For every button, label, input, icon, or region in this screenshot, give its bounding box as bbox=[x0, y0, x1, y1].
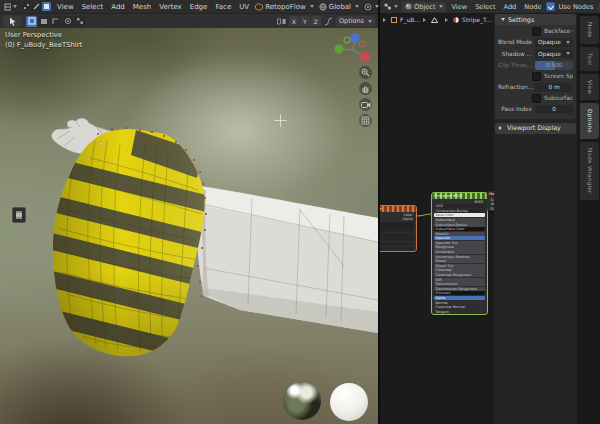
sidebar-tab[interactable]: Tool bbox=[580, 47, 599, 71]
node-input-row[interactable]: Subsurface bbox=[434, 218, 485, 222]
pass-index-field[interactable]: 0 bbox=[535, 105, 573, 114]
node-input-row[interactable]: Subsurface Radius bbox=[434, 222, 485, 226]
zoom-button[interactable] bbox=[359, 66, 372, 79]
node-property-row[interactable]: Repeat bbox=[380, 237, 414, 241]
object-icon bbox=[391, 17, 397, 23]
node-output-socket[interactable]: Color bbox=[380, 213, 414, 217]
sidebar-tab-strip: NodeToolViewOptionsNode Wrangler bbox=[577, 13, 600, 424]
node-input-row[interactable]: Sheen bbox=[434, 259, 485, 263]
viewport-menu[interactable]: Face bbox=[214, 3, 232, 11]
node-principled-bsdf[interactable]: Principled BSDF BSDF GGXChristensen-Burl… bbox=[432, 193, 487, 314]
viewport-menu[interactable]: UV bbox=[238, 3, 250, 11]
snap-curve-icon[interactable] bbox=[324, 17, 333, 26]
shader-menu[interactable]: View bbox=[450, 3, 468, 11]
viewport-menu[interactable]: Vertex bbox=[158, 3, 183, 11]
tool-option-button-1[interactable] bbox=[26, 16, 37, 27]
node-input-row[interactable]: Christensen-Burley bbox=[434, 209, 485, 213]
clip-threshold-slider[interactable]: 0.500 bbox=[535, 61, 573, 70]
node-output-socket[interactable]: Alpha bbox=[380, 217, 414, 221]
node-input-row[interactable]: Subsurface Color bbox=[434, 227, 485, 231]
node-property-row[interactable]: Single Image bbox=[380, 242, 414, 246]
face-select-mode-button[interactable] bbox=[42, 2, 51, 11]
shadow-mode-dropdown[interactable]: Opaque bbox=[535, 49, 573, 58]
node-input-row[interactable]: Normal bbox=[434, 301, 485, 305]
node-canvas[interactable]: F_uB... Stripe_T... Image Texture ColorA… bbox=[380, 13, 495, 424]
viewport-menu[interactable]: Edge bbox=[189, 3, 209, 11]
viewport-display-panel-header[interactable]: Viewport Display bbox=[495, 123, 576, 134]
node-input-row[interactable]: IOR bbox=[434, 278, 485, 282]
node-property-row[interactable] bbox=[380, 222, 414, 228]
node-input-row[interactable]: Specular bbox=[434, 236, 485, 240]
backface-culling-row[interactable]: Backface Cu... bbox=[498, 27, 573, 36]
viewport-menu[interactable]: Add bbox=[110, 3, 126, 11]
subsurface-checkbox[interactable] bbox=[532, 94, 541, 103]
navigation-gizmo[interactable] bbox=[329, 30, 375, 66]
node-property-row[interactable]: Flat bbox=[380, 233, 414, 237]
viewport-menu[interactable]: Mesh bbox=[132, 3, 152, 11]
edge-select-mode-button[interactable] bbox=[32, 2, 41, 11]
sidebar-tab[interactable]: Node Wrangler bbox=[580, 142, 599, 200]
sidebar-tab[interactable]: View bbox=[580, 74, 599, 100]
subsurface-row[interactable]: Subsurface ... bbox=[498, 94, 573, 103]
backface-culling-checkbox[interactable] bbox=[532, 27, 541, 36]
breadcrumb-object: F_uB... bbox=[400, 16, 420, 23]
retopoflow-dropdown[interactable]: RetopoFlow bbox=[255, 3, 314, 11]
node-input-row[interactable]: Alpha bbox=[434, 296, 485, 300]
active-tool-button[interactable] bbox=[3, 16, 22, 27]
mirror-axis-button[interactable]: Y bbox=[300, 16, 310, 26]
tool-option-button-4[interactable] bbox=[62, 16, 73, 27]
node-input-row[interactable]: Anisotropic Rotation bbox=[434, 255, 485, 259]
node-input-row[interactable]: Transmission bbox=[434, 282, 485, 286]
mirror-axis-button[interactable]: X bbox=[289, 16, 299, 26]
sidebar-tab[interactable]: Options bbox=[580, 103, 599, 139]
shader-type-dropdown[interactable]: Object bbox=[402, 2, 446, 12]
perspective-toggle-button[interactable] bbox=[359, 114, 372, 127]
node-input-row[interactable]: Tangent bbox=[434, 310, 485, 314]
shader-menu[interactable]: Add bbox=[502, 3, 517, 11]
screen-space-row[interactable]: Screen Spac... bbox=[498, 72, 573, 81]
node-input-row[interactable]: Clearcoat Roughness bbox=[434, 273, 485, 277]
node-input-row[interactable]: Base Color bbox=[434, 213, 485, 217]
bsdf-output-socket[interactable]: BSDF bbox=[434, 200, 485, 204]
node-input-row[interactable]: GGX bbox=[434, 204, 485, 208]
mirror-axis-button[interactable]: Z bbox=[311, 16, 321, 26]
node-input-row[interactable]: Emission bbox=[434, 291, 485, 295]
screen-space-checkbox[interactable] bbox=[532, 72, 541, 81]
node-image-texture[interactable]: Image Texture ColorAlpha LinearFlatRepea… bbox=[380, 206, 416, 251]
editor-type-icon[interactable] bbox=[4, 2, 17, 11]
mesh-bee-shirt-and-arm[interactable] bbox=[0, 28, 378, 424]
use-nodes-checkbox[interactable] bbox=[546, 2, 555, 11]
node-input-row[interactable]: Transmission Roughness bbox=[434, 287, 485, 291]
tool-option-button-2[interactable] bbox=[38, 16, 49, 27]
refraction-depth-field[interactable]: 0 m bbox=[535, 83, 573, 92]
viewport-3d[interactable]: ViewSelectAddMeshVertexEdgeFaceUV Retopo… bbox=[0, 0, 380, 424]
vertex-select-mode-button[interactable] bbox=[22, 2, 31, 11]
shader-menu[interactable]: Node bbox=[523, 3, 542, 11]
node-input-row[interactable]: Anisotropic bbox=[434, 250, 485, 254]
viewport-canvas[interactable]: User Perspective (0) F_uBody_BeeTShirt bbox=[0, 28, 378, 424]
tool-option-button-3[interactable] bbox=[50, 16, 61, 27]
pan-hand-button[interactable] bbox=[359, 82, 372, 95]
options-dropdown[interactable]: Options bbox=[336, 16, 375, 27]
tool-option-button-5[interactable] bbox=[74, 16, 85, 27]
node-property-row[interactable]: Color Space bbox=[380, 247, 414, 251]
node-input-row[interactable]: Sheen Tint bbox=[434, 264, 485, 268]
node-property-row[interactable]: Linear bbox=[380, 228, 414, 232]
viewport-menu[interactable]: View bbox=[56, 3, 75, 11]
use-nodes-toggle[interactable]: Use Nodes bbox=[546, 2, 593, 11]
node-input-row[interactable]: Metallic bbox=[434, 232, 485, 236]
blend-mode-dropdown[interactable]: Opaque bbox=[535, 38, 573, 47]
viewport-menu[interactable]: Select bbox=[81, 3, 105, 11]
transform-orientation-dropdown[interactable]: Global bbox=[319, 3, 359, 11]
settings-panel-header[interactable]: Settings :::: bbox=[495, 14, 576, 25]
pivot-point-dropdown[interactable] bbox=[364, 3, 379, 11]
camera-view-button[interactable] bbox=[359, 98, 372, 111]
sidebar-tab[interactable]: Node bbox=[580, 16, 599, 44]
node-input-row[interactable]: Clearcoat bbox=[434, 268, 485, 272]
node-input-row[interactable]: Clearcoat Normal bbox=[434, 305, 485, 309]
node-input-row[interactable]: Roughness bbox=[434, 245, 485, 249]
shader-editor[interactable]: Object ViewSelectAddNode Use Nodes Slot … bbox=[380, 0, 600, 424]
node-input-row[interactable]: Specular Tint bbox=[434, 241, 485, 245]
shader-menu[interactable]: Select bbox=[474, 3, 496, 11]
editor-type-dropdown[interactable] bbox=[383, 2, 398, 11]
